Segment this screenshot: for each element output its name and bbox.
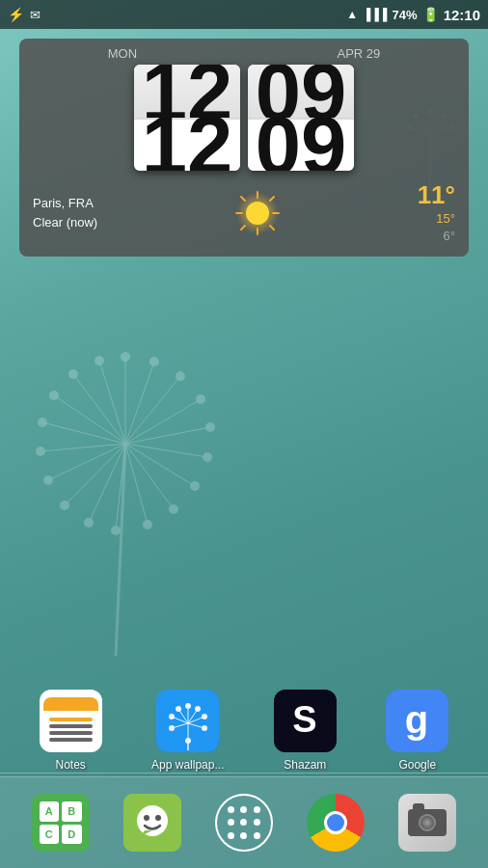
abc-icon: A B C D bbox=[32, 794, 90, 852]
svg-line-5 bbox=[125, 427, 210, 444]
status-bar: ⚡ ✉ ▲ ▐▐▐ 74% 🔋 12:10 bbox=[0, 0, 488, 29]
date-label: APR 29 bbox=[337, 46, 380, 61]
hours-value-bottom: 12 bbox=[142, 118, 233, 171]
day-label: MON bbox=[108, 46, 137, 61]
svg-line-18 bbox=[99, 361, 125, 444]
svg-point-30 bbox=[60, 501, 69, 510]
svg-point-21 bbox=[176, 371, 185, 381]
svg-point-82 bbox=[144, 815, 149, 821]
svg-point-69 bbox=[202, 714, 207, 719]
minutes-value-bottom: 09 bbox=[256, 118, 347, 171]
day-date-labels: MON APR 29 bbox=[27, 46, 461, 61]
svg-line-9 bbox=[125, 444, 148, 525]
minutes-card: 09 09 bbox=[248, 65, 354, 171]
dock-chrome[interactable] bbox=[302, 789, 369, 856]
drawer-dot-5 bbox=[240, 819, 247, 826]
app-wallpaper[interactable]: App wallpap... bbox=[151, 690, 224, 772]
battery-icon: 🔋 bbox=[422, 7, 439, 22]
wallpaper-svg bbox=[156, 690, 219, 752]
svg-point-32 bbox=[36, 447, 45, 456]
wallpaper-icon bbox=[156, 690, 219, 752]
google-label: Google bbox=[398, 758, 436, 772]
svg-point-28 bbox=[111, 526, 121, 535]
svg-point-22 bbox=[196, 394, 205, 404]
dock-camera[interactable] bbox=[393, 789, 461, 856]
svg-point-27 bbox=[143, 520, 152, 529]
svg-point-34 bbox=[49, 391, 59, 400]
dock-app-drawer[interactable] bbox=[210, 789, 278, 856]
messaging-svg bbox=[123, 794, 181, 852]
usb-icon: ⚡ bbox=[8, 7, 24, 22]
app-notes[interactable]: Notes bbox=[40, 690, 102, 772]
temp-high: 15° bbox=[418, 210, 455, 228]
drawer-dot-8 bbox=[240, 832, 247, 839]
wallpaper-label: App wallpap... bbox=[151, 758, 224, 772]
svg-line-7 bbox=[125, 444, 195, 486]
notes-icon bbox=[40, 690, 102, 752]
svg-point-20 bbox=[149, 357, 159, 366]
condition-label: Clear (now) bbox=[33, 213, 97, 232]
svg-point-25 bbox=[190, 481, 200, 491]
svg-point-24 bbox=[203, 452, 212, 462]
shazam-svg: S bbox=[274, 690, 337, 752]
svg-line-2 bbox=[125, 362, 154, 444]
svg-point-83 bbox=[155, 815, 161, 821]
svg-line-3 bbox=[125, 376, 180, 444]
weather-section: Paris, FRA Clear (now) bbox=[33, 180, 455, 245]
abc-cell-a: A bbox=[40, 801, 60, 822]
svg-point-23 bbox=[205, 422, 215, 432]
drawer-dot-6 bbox=[254, 819, 260, 826]
city-label: Paris, FRA bbox=[33, 194, 97, 213]
separator-line bbox=[0, 773, 488, 773]
dock-abc[interactable]: A B C D bbox=[27, 789, 95, 856]
svg-line-16 bbox=[54, 395, 125, 444]
svg-point-33 bbox=[38, 418, 47, 427]
minutes-value: 09 bbox=[256, 65, 347, 118]
svg-line-17 bbox=[73, 374, 125, 444]
temperature-info: 11° 15° 6° bbox=[418, 180, 455, 245]
svg-point-71 bbox=[169, 714, 175, 719]
svg-point-35 bbox=[68, 369, 78, 379]
svg-point-68 bbox=[195, 706, 201, 712]
shazam-label: Shazam bbox=[284, 758, 326, 772]
chrome-icon bbox=[307, 794, 365, 852]
svg-point-70 bbox=[176, 706, 181, 712]
clock-time: 12:10 bbox=[444, 7, 480, 23]
svg-line-12 bbox=[65, 444, 125, 505]
svg-text:S: S bbox=[292, 699, 316, 740]
svg-line-4 bbox=[125, 399, 201, 444]
gmail-icon: ✉ bbox=[30, 8, 41, 22]
svg-point-67 bbox=[185, 703, 191, 709]
abc-cell-d: D bbox=[62, 825, 82, 845]
camera-icon bbox=[398, 794, 456, 852]
wifi-icon: ▲ bbox=[346, 8, 358, 21]
dock-messaging[interactable] bbox=[119, 789, 186, 856]
hours-value: 12 bbox=[142, 65, 233, 118]
drawer-dot-1 bbox=[228, 806, 234, 813]
clock-weather-widget: MON APR 29 12 12 09 09 Paris, FRA Clear bbox=[19, 39, 469, 257]
status-left-icons: ⚡ ✉ bbox=[8, 7, 41, 22]
shazam-icon: S bbox=[274, 690, 337, 752]
svg-point-72 bbox=[169, 725, 175, 731]
app-google[interactable]: g Google bbox=[386, 690, 448, 772]
camera-bump bbox=[413, 803, 424, 810]
drawer-dot-7 bbox=[228, 832, 234, 839]
svg-line-0 bbox=[116, 444, 125, 656]
drawer-dot-4 bbox=[228, 819, 234, 826]
notes-top-strip bbox=[43, 697, 98, 711]
google-icon: g bbox=[386, 690, 448, 752]
svg-line-15 bbox=[42, 422, 125, 444]
notes-label: Notes bbox=[56, 758, 86, 772]
messaging-icon bbox=[123, 794, 181, 852]
abc-cell-c: C bbox=[40, 825, 60, 845]
weather-row: Paris, FRA Clear (now) bbox=[27, 176, 461, 249]
svg-point-31 bbox=[43, 475, 53, 485]
svg-line-8 bbox=[125, 444, 174, 509]
battery-percentage: 74% bbox=[393, 8, 418, 22]
app-row: Notes bbox=[0, 690, 488, 772]
svg-point-26 bbox=[169, 504, 178, 514]
app-shazam[interactable]: S Shazam bbox=[274, 690, 337, 772]
svg-point-36 bbox=[95, 356, 104, 366]
svg-point-81 bbox=[137, 805, 168, 836]
flip-clock: 12 12 09 09 bbox=[27, 65, 461, 171]
